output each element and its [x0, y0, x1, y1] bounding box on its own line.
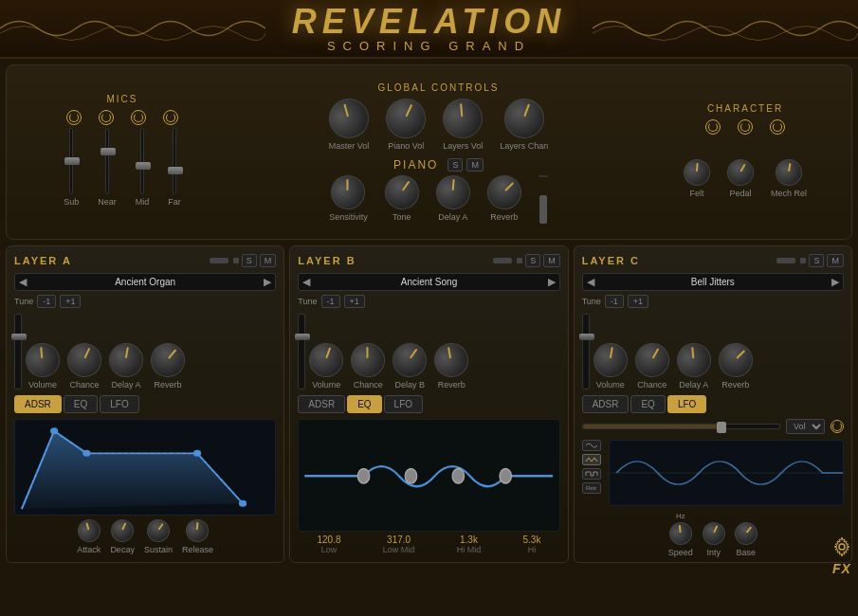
layer-b-volume-knob[interactable]	[308, 341, 345, 378]
layer-c-tune-label: Tune	[582, 297, 601, 306]
mic-power-2[interactable]	[99, 110, 114, 125]
layer-c-tune-plus[interactable]: +1	[628, 295, 648, 308]
layer-c-delay-knob[interactable]	[672, 338, 716, 382]
layer-a-next-btn[interactable]: ▶	[264, 276, 271, 288]
layer-a-release-knob[interactable]	[185, 517, 211, 544]
layer-a-chance-knob[interactable]	[64, 340, 104, 380]
layer-b-lfo-tab[interactable]: LFO	[384, 395, 423, 413]
layer-a-prev-btn[interactable]: ◀	[19, 276, 27, 288]
layer-a-eq-tab[interactable]: EQ	[64, 395, 98, 413]
lfo-vol-row: Vol	[582, 419, 844, 434]
layer-a-sustain-knob[interactable]	[144, 516, 173, 546]
layers-chan-knob[interactable]	[502, 97, 546, 140]
char-power-1[interactable]	[705, 119, 721, 135]
sensitivity-knob[interactable]	[327, 172, 369, 213]
layer-b-next-btn[interactable]: ▶	[548, 276, 556, 288]
layer-c-reverb-knob[interactable]	[712, 336, 758, 383]
layer-a-volume-knob[interactable]	[21, 338, 64, 382]
layer-c-drag[interactable]	[776, 258, 795, 263]
layer-b-knobs-area: Volume Chance Delay B Reverb	[298, 314, 559, 390]
mech-rel-knob[interactable]	[775, 157, 803, 186]
layer-c-title: LAYER C	[582, 255, 640, 266]
scoring-text: SCORING GRAND	[292, 39, 566, 53]
layer-b-reverb-knob[interactable]	[429, 337, 474, 383]
piano-m-button[interactable]: M	[466, 158, 484, 172]
layer-c-lfo-tab[interactable]: LFO	[667, 395, 706, 413]
piano-s-button[interactable]: S	[447, 158, 463, 172]
gear-icon[interactable]	[831, 536, 852, 557]
layer-b-delay-knob[interactable]	[388, 338, 431, 382]
layer-c-adsr-tab[interactable]: ADSR	[582, 395, 630, 413]
piano-channel-strip[interactable]	[539, 175, 548, 177]
layer-b-s-btn[interactable]: S	[525, 254, 540, 267]
layer-b-tune-minus[interactable]: -1	[321, 295, 340, 308]
master-vol-knob[interactable]	[321, 91, 375, 145]
lfo-power-btn[interactable]	[831, 420, 844, 433]
main-area: MICS Sub Near	[0, 59, 858, 616]
layer-a-lfo-tab[interactable]: LFO	[100, 395, 138, 413]
layer-a-mini[interactable]	[233, 258, 239, 263]
mic-power-1[interactable]	[66, 110, 82, 125]
layer-c-volume-knob[interactable]	[592, 341, 629, 378]
svg-point-0	[50, 427, 58, 434]
layer-a-s-btn[interactable]: S	[242, 254, 257, 267]
layer-a-reverb-knob[interactable]	[145, 337, 191, 383]
layer-b-drag[interactable]	[493, 258, 512, 263]
layer-b-adsr-tab[interactable]: ADSR	[298, 395, 345, 413]
piano-vol-knob[interactable]	[383, 96, 429, 142]
mic-power-4[interactable]	[163, 110, 178, 125]
layer-a-tune-minus[interactable]: -1	[37, 295, 56, 308]
layer-a-drag[interactable]	[210, 258, 228, 263]
char-power-3[interactable]	[770, 119, 785, 135]
layer-c-next-btn[interactable]: ▶	[831, 276, 839, 288]
wave-right-decoration	[593, 9, 858, 47]
layer-c-prev-btn[interactable]: ◀	[587, 276, 594, 288]
layer-b-tabs: ADSR EQ LFO	[298, 395, 559, 413]
lfo-vol-slider[interactable]	[582, 424, 780, 429]
layer-a-attack-knob[interactable]	[73, 516, 104, 547]
global-knobs: Master Vol Piano Vol Layers Vol Layers C…	[329, 99, 549, 151]
layer-c-s-btn[interactable]: S	[809, 254, 824, 267]
layer-a-decay-knob[interactable]	[109, 517, 136, 544]
layer-b-m-btn[interactable]: M	[543, 254, 560, 267]
global-center: GLOBAL CONTROLS Master Vol Piano Vol Lay…	[227, 82, 650, 222]
piano-reverb-knob[interactable]	[481, 169, 527, 215]
layer-c-fader[interactable]	[582, 314, 590, 390]
tone-knob[interactable]	[380, 171, 424, 214]
mic-power-3[interactable]	[131, 110, 146, 125]
layer-c-chance-knob[interactable]	[631, 339, 673, 381]
piano-delay-knob[interactable]	[433, 172, 473, 212]
layer-a-adsr-tab[interactable]: ADSR	[14, 395, 62, 413]
lfo-inty-knob[interactable]	[701, 520, 727, 547]
felt-knob[interactable]	[682, 156, 712, 187]
layer-c-eq-tab[interactable]: EQ	[630, 395, 665, 413]
lfo-retrig-btn[interactable]: Retr	[582, 482, 601, 494]
lfo-tri-btn[interactable]	[582, 454, 601, 465]
layers-vol-knob[interactable]	[437, 93, 488, 144]
layer-c-mini[interactable]	[800, 258, 806, 263]
layer-b-mini[interactable]	[517, 258, 522, 263]
char-power-2[interactable]	[738, 119, 753, 135]
lfo-vol-select[interactable]: Vol	[786, 419, 825, 434]
fader-mid: Mid	[136, 128, 150, 207]
lfo-display	[609, 440, 844, 506]
layer-a-panel: LAYER A S M ◀ Ancient Organ ▶ Tune -1 +1	[6, 245, 284, 563]
layer-c-m-btn[interactable]: M	[827, 254, 844, 267]
lfo-base-knob[interactable]	[731, 518, 761, 549]
lfo-sine-btn[interactable]	[582, 440, 601, 451]
lfo-speed-knob[interactable]	[666, 519, 695, 549]
fx-label[interactable]: FX	[832, 561, 851, 576]
layer-b-eq-tab[interactable]: EQ	[347, 395, 381, 413]
lfo-square-btn[interactable]	[582, 468, 601, 480]
layer-b-tune-plus[interactable]: +1	[344, 295, 365, 308]
layer-a-tune-plus[interactable]: +1	[60, 295, 81, 308]
pedal-knob[interactable]	[724, 155, 757, 188]
layer-a-delay-knob[interactable]	[107, 341, 144, 378]
layer-c-tune-minus[interactable]: -1	[605, 295, 624, 308]
layer-b-fader[interactable]	[298, 314, 305, 390]
layer-b-chance-knob[interactable]	[347, 339, 389, 381]
layer-a-fader[interactable]	[14, 314, 22, 390]
layer-b-prev-btn[interactable]: ◀	[302, 276, 310, 288]
fader-sub-label: Sub	[64, 197, 79, 207]
layer-a-m-btn[interactable]: M	[260, 254, 277, 267]
